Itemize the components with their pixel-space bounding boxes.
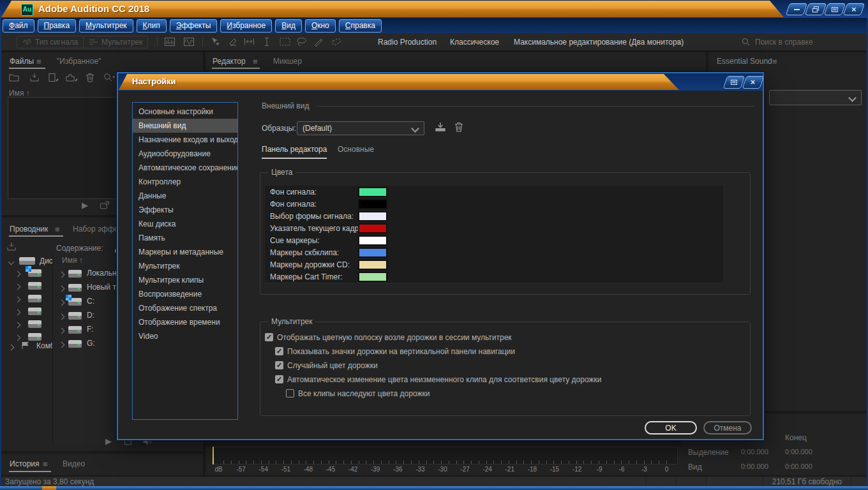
checkbox-random-color[interactable]: ✓ bbox=[275, 361, 283, 369]
healing-brush-tool-icon[interactable] bbox=[331, 37, 341, 47]
drive-row-label[interactable]: C: bbox=[87, 297, 94, 306]
multitrack-view-button[interactable]: Мультитрек bbox=[83, 36, 148, 48]
checkbox-label[interactable]: Все клипы наследуют цвета дорожки bbox=[298, 389, 430, 398]
chevron-right-icon[interactable] bbox=[59, 328, 65, 334]
workspace-classic[interactable]: Классическое bbox=[450, 38, 499, 47]
checkbox-label[interactable]: Отображать цветную полоску возле дорожки… bbox=[277, 333, 512, 342]
lasso-tool-icon[interactable] bbox=[296, 37, 307, 47]
tab-history[interactable]: История bbox=[10, 459, 40, 468]
menu-clip[interactable]: Клип bbox=[137, 19, 167, 33]
menu-help[interactable]: Справка bbox=[339, 19, 382, 33]
chevron-right-icon[interactable] bbox=[59, 342, 65, 348]
color-swatch[interactable] bbox=[358, 260, 387, 270]
chevron-right-icon[interactable] bbox=[8, 345, 15, 351]
color-row[interactable]: Маркеры дорожки CD: bbox=[265, 258, 723, 271]
chevron-right-icon[interactable] bbox=[59, 300, 65, 306]
import-file-icon[interactable] bbox=[29, 73, 40, 82]
color-row[interactable]: Фон сигнала: bbox=[265, 198, 723, 211]
checkbox-label[interactable]: Автоматическое изменение цвета неизменен… bbox=[287, 375, 601, 384]
loop-icon[interactable] bbox=[100, 201, 110, 210]
chevron-right-icon[interactable] bbox=[59, 314, 65, 320]
checkbox-clips-inherit[interactable] bbox=[286, 389, 294, 397]
files-name-column-header[interactable]: Имя ↑ bbox=[9, 89, 30, 98]
brush-tool-icon[interactable] bbox=[314, 37, 324, 47]
category-item[interactable]: Video bbox=[133, 329, 237, 343]
checkbox-track-icons[interactable]: ✓ bbox=[275, 347, 283, 355]
move-tool-icon[interactable] bbox=[211, 37, 221, 47]
color-swatch[interactable] bbox=[358, 235, 387, 246]
dialog-tab-editor-panel[interactable]: Панель редактора bbox=[262, 145, 327, 159]
tab-editor[interactable]: Редактор bbox=[213, 57, 246, 66]
restore-button[interactable] bbox=[805, 3, 827, 15]
category-item-selected[interactable]: Внешний вид bbox=[133, 119, 237, 133]
menu-window[interactable]: Окно bbox=[305, 19, 336, 33]
chevron-right-icon[interactable] bbox=[15, 309, 21, 316]
tab-files[interactable]: Файлы bbox=[10, 57, 34, 66]
category-item[interactable]: Основные настройки bbox=[133, 105, 237, 119]
drive-row-label[interactable]: D: bbox=[87, 311, 94, 320]
category-item[interactable]: Отображение времени bbox=[133, 315, 237, 329]
menu-effects[interactable]: Эффекты bbox=[170, 19, 218, 33]
spectral-display-icon[interactable] bbox=[165, 38, 175, 46]
batch-icon[interactable] bbox=[66, 73, 79, 82]
category-item[interactable]: Данные bbox=[133, 189, 237, 203]
menu-favorites[interactable]: Избранное bbox=[220, 19, 272, 33]
time-select-tool-icon[interactable] bbox=[263, 37, 271, 47]
menu-file[interactable]: Файл bbox=[3, 19, 34, 33]
color-swatch[interactable] bbox=[358, 211, 387, 221]
category-item[interactable]: Мультитрек клипы bbox=[133, 273, 237, 287]
tab-video[interactable]: Видео bbox=[63, 459, 85, 468]
waveform-display-icon[interactable] bbox=[184, 38, 194, 46]
chevron-right-icon[interactable] bbox=[15, 297, 21, 303]
color-row[interactable]: Выбор формы сигнала: bbox=[265, 210, 723, 223]
play-icon[interactable]: ▶ bbox=[82, 200, 88, 210]
color-row[interactable]: Cue маркеры: bbox=[265, 234, 723, 247]
color-swatch[interactable] bbox=[358, 248, 387, 258]
explorer-name-column-header[interactable]: Имя ↑ bbox=[62, 256, 83, 265]
color-swatch[interactable] bbox=[358, 223, 387, 234]
color-swatch[interactable] bbox=[358, 272, 387, 282]
new-item-icon[interactable] bbox=[48, 73, 61, 82]
dialog-tab-general[interactable]: Основные bbox=[338, 145, 374, 158]
category-item[interactable]: Назначение входов и выходов bbox=[133, 133, 237, 147]
search-input[interactable] bbox=[754, 37, 852, 47]
category-item[interactable]: Память bbox=[133, 231, 237, 245]
color-swatch[interactable] bbox=[358, 199, 387, 209]
category-item[interactable]: Маркеры и метаданные bbox=[133, 245, 237, 259]
workspace-radio-production[interactable]: Radio Production bbox=[378, 38, 437, 47]
color-row[interactable]: Маркеры Cart Timer: bbox=[265, 271, 723, 283]
files-panel-menu-icon[interactable]: ≡ bbox=[36, 57, 41, 66]
checkbox-label[interactable]: Показывать значки дорожки на вертикально… bbox=[287, 347, 515, 356]
chevron-right-icon[interactable] bbox=[15, 284, 21, 290]
category-item[interactable]: Аудиооборудование bbox=[133, 147, 237, 161]
open-folder-icon[interactable] bbox=[9, 73, 20, 82]
checkbox-label[interactable]: Случайный цвет дорожки bbox=[287, 361, 378, 370]
chevron-right-icon[interactable] bbox=[59, 272, 65, 278]
checkbox-auto-clip-color[interactable]: ✓ bbox=[275, 375, 283, 383]
workspace-overflow-chevrons[interactable]: » bbox=[677, 38, 681, 47]
waveform-view-button[interactable]: Тип сигнала bbox=[17, 36, 84, 48]
chevron-right-icon[interactable] bbox=[59, 286, 65, 292]
color-swatch[interactable] bbox=[358, 187, 387, 197]
dialog-titlebar[interactable]: Настройки × bbox=[118, 73, 763, 91]
drive-row-label[interactable]: G: bbox=[87, 339, 95, 348]
category-item[interactable]: Воспроизведение bbox=[133, 287, 237, 301]
essential-panel-menu-icon[interactable]: ≡ bbox=[772, 57, 777, 66]
import-icon[interactable] bbox=[6, 242, 17, 251]
tab-favorites[interactable]: "Избранное" bbox=[57, 57, 101, 66]
menu-edit[interactable]: Правка bbox=[38, 19, 77, 33]
close-button[interactable]: × bbox=[843, 3, 865, 15]
category-item[interactable]: Отображение спектра bbox=[133, 301, 237, 315]
menu-multitrack[interactable]: Мультитрек bbox=[79, 19, 133, 33]
category-item[interactable]: Кеш диска bbox=[133, 217, 237, 231]
tab-mixer[interactable]: Микшер bbox=[273, 57, 302, 66]
essential-preset-dropdown[interactable] bbox=[769, 90, 862, 105]
ok-button[interactable]: OK bbox=[645, 421, 697, 434]
category-item[interactable]: Мультитрек bbox=[133, 259, 237, 273]
tab-essential-sound[interactable]: Essential Sound bbox=[717, 57, 772, 66]
meter-playhead[interactable] bbox=[213, 447, 214, 464]
dialog-shade-button[interactable] bbox=[723, 76, 745, 89]
play-icon[interactable]: ▶ bbox=[105, 436, 112, 446]
workspace-max-editing[interactable]: Максимальное редактирование (Два монитор… bbox=[514, 38, 684, 47]
explorer-panel-menu-icon[interactable]: ≡ bbox=[55, 225, 60, 234]
